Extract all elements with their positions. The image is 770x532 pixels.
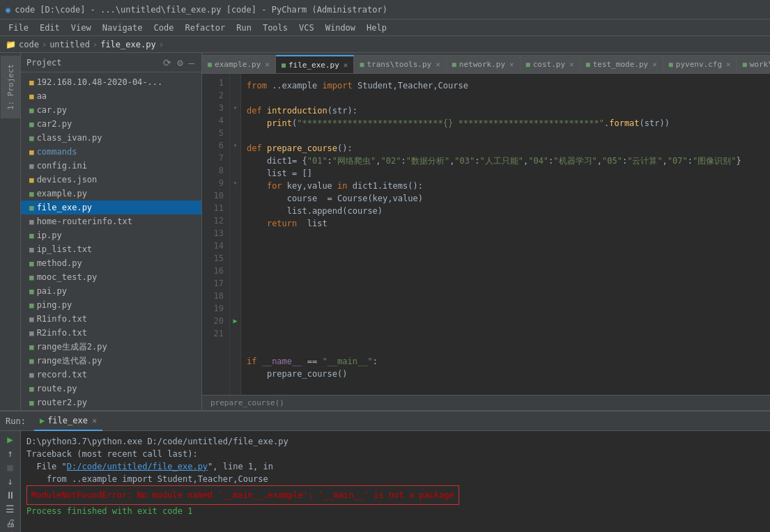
code-pre[interactable]: from ..example import Student,Teacher,Co… <box>247 77 764 383</box>
run-scroll-btn[interactable]: ☰ <box>3 503 18 515</box>
editor-tab-trans-tools-py[interactable]: ■trans\tools.py✕ <box>354 55 446 73</box>
tree-item-commands[interactable]: ■commands <box>21 145 201 159</box>
file-icon: ■ <box>29 92 34 101</box>
editor-tab-test-mode-py[interactable]: ■test_mode.py✕ <box>580 55 663 73</box>
tree-item-car-py[interactable]: ■car.py <box>21 103 201 117</box>
tree-item-name: route.py <box>37 384 77 393</box>
file-icon: ■ <box>29 259 34 268</box>
menubar: FileEditViewNavigateCodeRefactorRunTools… <box>0 19 770 36</box>
file-icon: ■ <box>29 134 34 143</box>
project-header-icons: ⟳ ⚙ — <box>162 57 196 68</box>
breadcrumb-untitled[interactable]: untitled <box>49 40 90 49</box>
tab-label: file_exe.py <box>288 61 339 70</box>
menu-item-window[interactable]: Window <box>320 22 361 34</box>
code-content[interactable]: from ..example import Student,Teacher,Co… <box>241 74 770 395</box>
tree-item-devices-json[interactable]: ■devices.json <box>21 173 201 187</box>
editor-tab-cost-py[interactable]: ■cost.py✕ <box>521 55 580 73</box>
tree-item-router2-py[interactable]: ■router2.py <box>21 396 201 409</box>
project-sidebar-tab[interactable]: 1: Project <box>1 56 20 118</box>
menu-item-view[interactable]: View <box>66 22 97 34</box>
tab-file-icon: ■ <box>452 61 456 68</box>
tree-item-method-py[interactable]: ■method.py <box>21 256 201 270</box>
tree-item-ip-list-txt[interactable]: ■ip_list.txt <box>21 242 201 256</box>
editor-tab-network-py[interactable]: ■network.py✕ <box>447 55 521 73</box>
editor-area: ■example.py✕■file_exe.py✕■trans\tools.py… <box>202 53 770 410</box>
editor-tab-work----[interactable]: ■work\...✕ <box>737 55 770 73</box>
tab-label: example.py <box>215 60 261 69</box>
tab-close-btn[interactable]: ✕ <box>726 60 731 69</box>
tree-item-car2-py[interactable]: ■car2.py <box>21 117 201 131</box>
tree-item-route-py[interactable]: ■route.py <box>21 382 201 396</box>
tree-item-192-168-10-48-2020-04----[interactable]: ■192.168.10.48-2020-04-... <box>21 75 201 89</box>
editor-bottom: prepare_course() <box>202 395 770 410</box>
run-gutter-arrow[interactable]: ▶ <box>233 315 237 327</box>
editor-tab-pyvenv-cfg[interactable]: ■pyvenv.cfg✕ <box>663 55 737 73</box>
tab-close-btn[interactable]: ✕ <box>569 60 574 69</box>
tree-item-aa[interactable]: ■aa <box>21 89 201 103</box>
output-line: from ..example import Student,Teacher,Co… <box>26 473 764 485</box>
editor-tab-file-exe-py[interactable]: ■file_exe.py✕ <box>276 55 355 73</box>
tab-close-btn[interactable]: ✕ <box>344 61 348 70</box>
menu-item-edit[interactable]: Edit <box>34 22 66 34</box>
tree-item-name: method.py <box>37 258 82 268</box>
tree-item-r1info-txt[interactable]: ■R1info.txt <box>21 312 201 326</box>
tree-item-file-exe-py[interactable]: ■file_exe.py <box>21 201 201 214</box>
menu-item-navigate[interactable]: Navigate <box>97 22 148 34</box>
run-play-btn[interactable]: ▶ <box>3 434 18 445</box>
tree-item-record-txt[interactable]: ■record.txt <box>21 368 201 382</box>
run-pause-btn[interactable]: ⏸ <box>3 490 18 501</box>
tree-item-range----py[interactable]: ■range迭代器.py <box>21 354 201 368</box>
run-tab-close[interactable]: ✕ <box>92 416 97 425</box>
file-icon: ■ <box>29 329 34 338</box>
tab-close-btn[interactable]: ✕ <box>652 60 657 69</box>
menu-item-file[interactable]: File <box>3 22 34 34</box>
menu-item-vcs[interactable]: VCS <box>293 22 320 34</box>
tree-item-name: 192.168.10.48-2020-04-... <box>37 77 163 87</box>
tree-item-home-routerinfo-txt[interactable]: ■home-routerinfo.txt <box>21 214 201 228</box>
tree-item-config-ini[interactable]: ■config.ini <box>21 159 201 173</box>
tree-item-ping-py[interactable]: ■ping.py <box>21 298 201 312</box>
tree-item-pai-py[interactable]: ■pai.py <box>21 284 201 298</box>
tree-item-ip-py[interactable]: ■ip.py <box>21 228 201 242</box>
tree-item-mooc-test-py[interactable]: ■mooc_test.py <box>21 270 201 284</box>
menu-item-code[interactable]: Code <box>148 22 180 34</box>
run-output: D:\python3.7\python.exe D:/code/untitled… <box>21 431 770 532</box>
menu-item-tools[interactable]: Tools <box>257 22 293 34</box>
code-editor[interactable]: 123456789101112131415161718192021 ▾▾▾▶ f… <box>202 74 770 395</box>
tab-label: pyvenv.cfg <box>676 60 722 69</box>
tree-item-range---2-py[interactable]: ■range生成器2.py <box>21 340 201 354</box>
title-text: code [D:\code] - ...\untitled\file_exe.p… <box>15 5 387 15</box>
tree-item-r2info-txt[interactable]: ■R2info.txt <box>21 326 201 340</box>
run-down-btn[interactable]: ↓ <box>3 476 18 487</box>
fold-marker[interactable]: ▾ <box>233 139 237 152</box>
tree-item-name: home-routerinfo.txt <box>37 217 132 226</box>
tab-label: cost.py <box>533 60 565 69</box>
menu-item-help[interactable]: Help <box>361 22 392 34</box>
run-tab-file-exe[interactable]: ▶ file_exe ✕ <box>34 412 102 431</box>
tab-close-btn[interactable]: ✕ <box>436 60 440 69</box>
file-icon: ■ <box>29 120 34 129</box>
tree-item-example-py[interactable]: ■example.py <box>21 187 201 201</box>
error-link[interactable]: D:/code/untitled/file_exe.py <box>67 462 208 471</box>
collapse-icon[interactable]: — <box>187 57 196 68</box>
run-print-btn[interactable]: 🖨 <box>3 517 18 529</box>
sync-icon[interactable]: ⟳ <box>162 57 173 68</box>
tree-item-class-ivan-py[interactable]: ■class_ivan.py <box>21 131 201 145</box>
fold-marker[interactable]: ▾ <box>233 102 237 114</box>
sidebar-icons: 1: Project <box>0 53 21 410</box>
run-tab-name: file_exe <box>47 416 88 425</box>
breadcrumb-code[interactable]: code <box>19 40 39 49</box>
run-up-btn[interactable]: ↑ <box>3 448 18 459</box>
menu-item-refactor[interactable]: Refactor <box>179 22 231 34</box>
settings-icon[interactable]: ⚙ <box>176 57 184 68</box>
file-icon: ■ <box>29 357 34 366</box>
run-stop-btn[interactable]: ■ <box>3 462 18 473</box>
tab-close-btn[interactable]: ✕ <box>509 60 514 69</box>
tree-item-name: car2.py <box>37 119 72 129</box>
tree-item-name: router2.py <box>37 398 87 407</box>
fold-marker[interactable]: ▾ <box>233 177 237 189</box>
menu-item-run[interactable]: Run <box>231 22 257 34</box>
editor-tab-example-py[interactable]: ■example.py✕ <box>202 55 276 73</box>
tab-close-btn[interactable]: ✕ <box>265 60 270 69</box>
breadcrumb-file[interactable]: file_exe.py <box>100 40 155 49</box>
